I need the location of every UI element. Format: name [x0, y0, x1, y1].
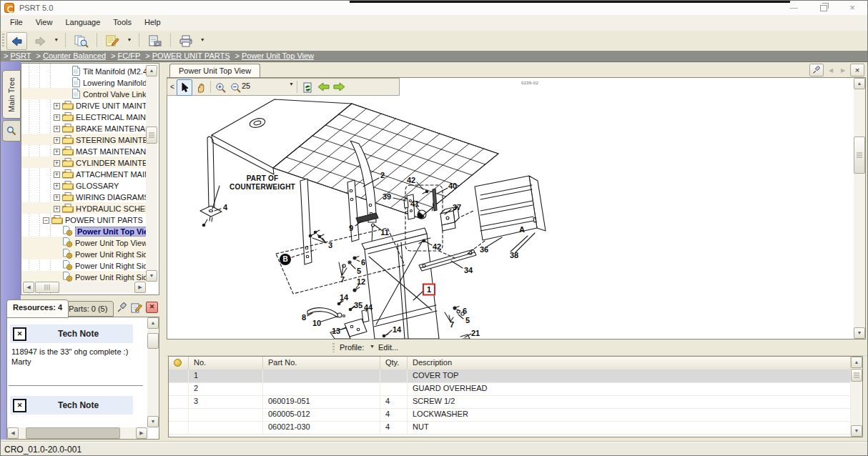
table-row[interactable]: 060021-0304NUT [169, 421, 851, 435]
callout-14[interactable]: 14 [393, 325, 401, 334]
tree-item-power-unit-right-side-vie[interactable]: Power Unit Right Side Vie [21, 259, 146, 271]
callout-42[interactable]: 42 [433, 242, 441, 251]
close-button[interactable]: × [842, 2, 863, 14]
forward-button[interactable] [29, 32, 50, 50]
tree-item-hydraulic-schematic[interactable]: +HYDRAULIC SCHEMATIC [21, 202, 146, 214]
scroll-left-button[interactable]: ◀ [7, 427, 19, 439]
table-scroll-thumb[interactable] [851, 369, 862, 382]
callout-42[interactable]: 42 [407, 176, 415, 184]
back-history-dropdown[interactable]: ▼ [52, 32, 60, 49]
callout-a[interactable]: A [519, 225, 525, 234]
callout-6[interactable]: 6 [361, 258, 365, 267]
print-preview-button[interactable] [144, 32, 165, 50]
tree-item-tilt-manifold-m2-4-20[interactable]: Tilt Manifold (M2.4-20 [21, 65, 146, 76]
callout-36[interactable]: 36 [480, 245, 488, 254]
callout-1[interactable]: 1 [423, 284, 435, 296]
callout-37[interactable]: 37 [453, 203, 461, 212]
callout-38[interactable]: 38 [510, 251, 518, 259]
scroll-right-button[interactable]: ▶ [134, 282, 146, 293]
refresh-view-button[interactable] [300, 79, 315, 96]
tree-item-wiring-diagrams[interactable]: +WIRING DIAGRAMS [21, 191, 146, 202]
breadcrumb-link-fc-fp[interactable]: FC/FP [118, 51, 141, 60]
callout-5[interactable]: 5 [357, 267, 361, 275]
tree-horizontal-scrollbar[interactable]: ◀ ▶ [23, 282, 146, 293]
tree-item-power-unit-top-view-01[interactable]: Power Unit Top View (01 [21, 237, 146, 248]
callout-4[interactable]: 4 [223, 203, 227, 212]
menu-item-tools[interactable]: Tools [107, 15, 138, 26]
tree-item-power-unit-parts[interactable]: −POWER UNIT PARTS [21, 214, 146, 225]
column-header-qty[interactable]: Qty. [380, 357, 408, 370]
scroll-up-button[interactable]: ▲ [147, 317, 159, 329]
callout-21[interactable]: 21 [471, 329, 480, 337]
toolbar-collapse-icon[interactable]: < [169, 79, 176, 94]
scroll-right-button[interactable]: ▶ [136, 427, 147, 439]
callout-b[interactable]: B [280, 254, 291, 265]
scroll-up-button[interactable]: ▲ [146, 65, 157, 76]
callout-35[interactable]: 35 [354, 301, 363, 309]
callout-41[interactable]: 41 [410, 199, 419, 208]
expand-plus-icon[interactable]: + [54, 103, 60, 109]
callout-8[interactable]: 8 [302, 313, 306, 322]
callout-14[interactable]: 14 [340, 293, 348, 302]
viewer-next-button[interactable]: ▶ [838, 64, 848, 76]
tree-item-steering-maintenanc[interactable]: +STEERING MAINTENANC [21, 134, 146, 145]
scroll-down-button[interactable]: ▼ [147, 416, 159, 427]
viewer-tab[interactable]: Power Unit Top View [169, 64, 260, 77]
callout-2[interactable]: 2 [380, 171, 385, 179]
profile-bar-grip[interactable] [332, 343, 335, 352]
scroll-left-button[interactable]: ◀ [23, 282, 34, 293]
minimize-button[interactable]: — [783, 2, 804, 14]
back-button[interactable] [6, 32, 27, 50]
callout-9[interactable]: 9 [349, 224, 353, 232]
next-page-button[interactable] [331, 79, 347, 94]
select-tool-button[interactable] [177, 79, 192, 96]
viewer-prev-button[interactable]: ◀ [826, 64, 836, 76]
resources-tab-resources-4[interactable]: Resources: 4 [6, 299, 69, 318]
table-row[interactable]: 3060019-0514SCREW 1/2 [169, 395, 851, 409]
tree-item-electrical-maintena[interactable]: +ELECTRICAL MAINTENA [21, 111, 146, 122]
pan-tool-button[interactable] [193, 79, 209, 96]
table-row[interactable]: 1COVER TOP [169, 370, 851, 383]
tree-vertical-scrollbar[interactable]: ▲ ▼ [146, 65, 157, 282]
table-vertical-scrollbar[interactable]: ▲ ▼ [851, 357, 862, 437]
tree-item-lowering-manifold-m[interactable]: Lowering Manifold (M [21, 76, 146, 88]
tree-hscroll-thumb[interactable] [35, 282, 59, 293]
tree-item-power-unit-top-view[interactable]: Power Unit Top View [21, 225, 146, 237]
viewer-pin-button[interactable] [809, 64, 824, 76]
resources-hscroll-thumb[interactable] [26, 427, 120, 439]
viewer-scroll-thumb[interactable] [854, 137, 865, 174]
menu-item-view[interactable]: View [29, 15, 59, 26]
callout-13[interactable]: 13 [332, 327, 340, 335]
profile-edit-link[interactable]: Edit... [378, 343, 398, 352]
column-header-no[interactable]: No. [189, 357, 263, 370]
callout-10[interactable]: 10 [312, 319, 321, 327]
viewer-close-button[interactable]: × [850, 64, 864, 76]
tree-item-attachment-mainten[interactable]: +ATTACHMENT MAINTEN [21, 168, 146, 179]
column-header-part-no[interactable]: Part No. [263, 357, 380, 370]
resources-horizontal-scrollbar[interactable]: ◀ ▶ [7, 427, 147, 439]
main-tree-tab[interactable]: Main Tree [2, 70, 21, 119]
previous-page-button[interactable] [315, 79, 331, 94]
callout-5[interactable]: 5 [465, 316, 470, 324]
resources-close-button[interactable]: ✕ [146, 302, 158, 313]
search-documents-button[interactable] [71, 32, 92, 50]
callout-40[interactable]: 40 [448, 182, 457, 190]
callout-7[interactable]: 7 [450, 320, 454, 329]
callout-39[interactable]: 39 [383, 192, 391, 201]
drawing-canvas[interactable]: 0236-02 PART OF COUNTERWEIGHT 2424039413… [167, 77, 866, 339]
edit-note-icon[interactable] [131, 302, 142, 313]
menu-item-file[interactable]: File [4, 15, 29, 26]
tree-item-power-unit-right-side-vie[interactable]: Power Unit Right Side Vie [21, 271, 146, 282]
scroll-down-button[interactable]: ▼ [854, 327, 865, 339]
viewer-vertical-scrollbar[interactable]: ▲ ▼ [854, 78, 865, 339]
callout-11[interactable]: 11 [380, 228, 389, 237]
profile-dropdown[interactable]: ▼ [370, 344, 375, 349]
tree-scroll-thumb[interactable] [146, 127, 157, 144]
callout-34[interactable]: 34 [464, 266, 473, 274]
table-row[interactable]: 060005-0124LOCKWASHER [169, 408, 851, 422]
zoom-in-button[interactable] [213, 79, 229, 96]
zoom-level-dropdown[interactable]: ▼ [289, 81, 294, 86]
annotate-button[interactable] [102, 32, 123, 50]
breadcrumb-link-psrt[interactable]: PSRT [10, 51, 31, 60]
search-tab[interactable] [2, 120, 21, 142]
